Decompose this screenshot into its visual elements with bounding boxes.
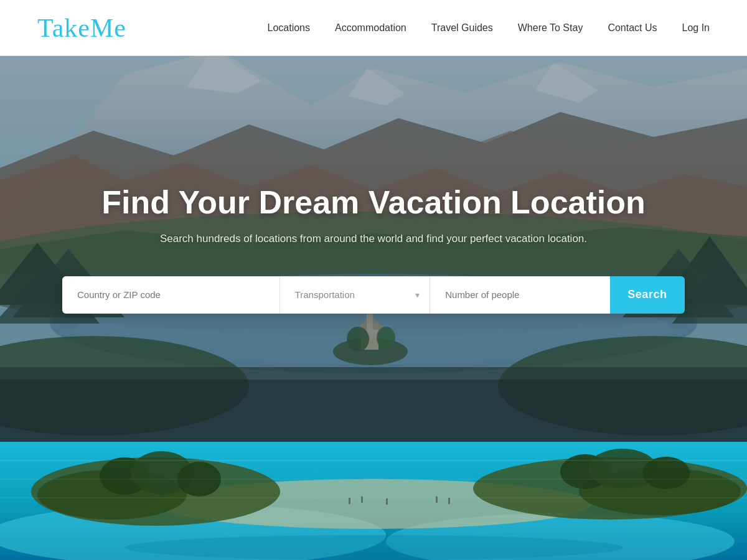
svg-point-45 [125, 535, 622, 560]
hero-content: Find Your Dream Vacation Location Search… [0, 184, 747, 314]
nav-login[interactable]: Log In [682, 22, 710, 34]
search-bar: Transportation Flight Train Car Bus Crui… [62, 276, 685, 314]
header: TakeMe Locations Accommodation Travel Gu… [0, 0, 747, 56]
svg-rect-51 [386, 498, 388, 505]
nav-contact-us[interactable]: Contact Us [608, 22, 657, 34]
svg-rect-49 [349, 498, 350, 504]
bottom-background [0, 442, 747, 560]
nav-accommodation[interactable]: Accommodation [335, 22, 406, 34]
people-input[interactable] [430, 276, 610, 314]
transport-select-wrapper: Transportation Flight Train Car Bus Crui… [280, 276, 431, 314]
nav-locations[interactable]: Locations [268, 22, 311, 34]
hero-subtitle: Search hundreds of locations from around… [62, 233, 685, 245]
svg-rect-53 [448, 498, 450, 504]
nav-travel-guides[interactable]: Travel Guides [431, 22, 493, 34]
search-button[interactable]: Search [610, 276, 685, 314]
nav-where-to-stay[interactable]: Where To Stay [518, 22, 583, 34]
bottom-section [0, 442, 747, 560]
logo[interactable]: TakeMe [37, 13, 126, 43]
svg-point-44 [642, 457, 690, 489]
hero-title: Find Your Dream Vacation Location [62, 184, 685, 222]
location-input[interactable] [62, 276, 280, 314]
hero-section: Find Your Dream Vacation Location Search… [0, 56, 747, 442]
svg-rect-52 [436, 497, 438, 503]
transport-select[interactable]: Transportation Flight Train Car Bus Crui… [280, 276, 430, 314]
svg-rect-50 [361, 497, 363, 503]
navigation: Locations Accommodation Travel Guides Wh… [268, 22, 710, 34]
